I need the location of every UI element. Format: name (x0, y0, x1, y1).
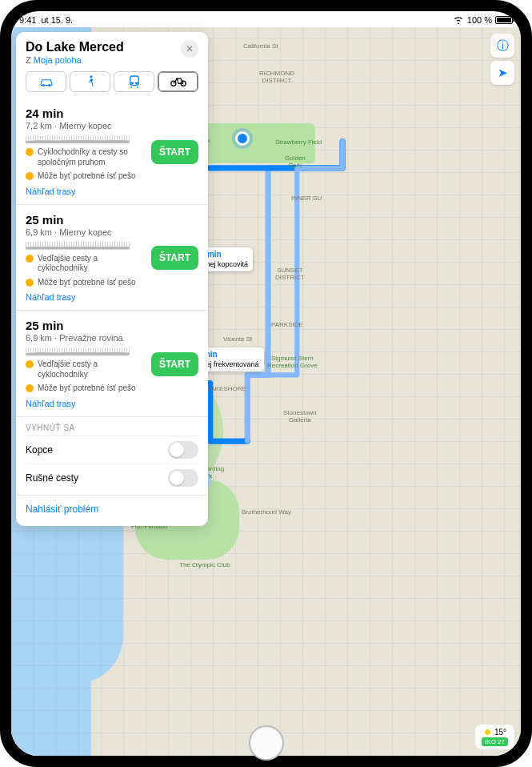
avoid-hills-label: Kopce (26, 444, 53, 456)
avoid-busy-label: Rušné cesty (26, 472, 78, 484)
map-label: RICHMONDDISTRICT (259, 70, 294, 85)
advisory-text: Môže byť potrebné ísť pešo (38, 384, 136, 394)
sidebar-title: Do Lake Merced (26, 40, 124, 54)
weather-widget[interactable]: 15° IKO 27 (475, 725, 514, 749)
sun-icon (483, 728, 492, 737)
route-time: 25 min (26, 319, 145, 332)
advisory-text: Vedľajšie cesty a cyklochodníky (38, 254, 145, 274)
map-label: Brotherhood Way (242, 509, 291, 516)
svg-point-5 (135, 82, 137, 84)
svg-point-1 (48, 85, 50, 86)
preview-route-link[interactable]: Náhľad trasy (26, 292, 76, 302)
advisory-text: Vedľajšie cesty a cyklochodníky (38, 359, 145, 379)
elevation-chart (26, 135, 130, 143)
elevation-chart (26, 242, 130, 250)
battery-text: 100 % (467, 15, 492, 25)
map-label: The Olympic Club (179, 562, 230, 569)
map-label: PARKSIDE (271, 322, 303, 329)
route-time: 25 min (26, 213, 145, 227)
wifi-icon (453, 16, 464, 24)
mode-transit[interactable] (114, 71, 154, 92)
preview-route-link[interactable]: Náhľad trasy (26, 187, 76, 196)
map-label: LAKESHORE (207, 386, 246, 393)
status-time: 9:41 (19, 15, 36, 25)
elevation-chart (26, 347, 130, 355)
home-button[interactable] (249, 725, 284, 761)
svg-point-4 (131, 82, 133, 84)
avoid-hills-toggle[interactable] (168, 441, 198, 459)
aqi-badge: IKO 27 (482, 737, 508, 746)
mode-bike[interactable] (158, 71, 198, 92)
map-label: INNER SU (291, 195, 322, 203)
warning-icon (26, 172, 34, 180)
start-button[interactable]: ŠTART (151, 352, 198, 376)
map-label: Vicente St (223, 336, 252, 343)
status-date: ut 15. 9. (41, 15, 73, 25)
warning-icon (26, 360, 34, 368)
route-distance: 6,9 km · Mierny kopec (26, 227, 145, 237)
start-button[interactable]: ŠTART (151, 246, 198, 270)
avoid-busy-toggle[interactable] (168, 469, 198, 487)
preview-route-link[interactable]: Náhľad trasy (26, 399, 76, 408)
advisory-text: Cyklochodníky a cesty so spoločným pruho… (38, 147, 145, 167)
route-time: 24 min (26, 106, 145, 120)
svg-point-0 (42, 85, 44, 86)
route-distance: 7,2 km · Mierny kopec (26, 121, 145, 131)
advisory-text: Môže byť potrebné ísť pešo (38, 278, 136, 288)
map-label: Strawberry Field (275, 139, 322, 147)
user-location-dot (235, 131, 250, 146)
report-problem-link[interactable]: Nahlásiť problém (16, 495, 208, 526)
svg-point-2 (90, 75, 92, 78)
map-label: Sigmund SternRecreation Grove (267, 355, 318, 370)
warning-icon (26, 384, 34, 392)
directions-sidebar: Do Lake Merced Z Moja poloha ✕ 24 min 7,… (16, 32, 208, 526)
mode-car[interactable] (26, 71, 66, 92)
map-label: SUNSETDISTRICT (275, 267, 305, 282)
map-label: StonestownGalleria (283, 410, 317, 424)
map-label: California St (243, 43, 278, 50)
warning-icon (26, 279, 34, 287)
map-label: GoldenPark (285, 155, 306, 170)
start-button[interactable]: ŠTART (151, 140, 198, 164)
close-button[interactable]: ✕ (181, 40, 198, 58)
avoid-title: VYHNÚŤ SA (26, 424, 198, 432)
warning-icon (26, 255, 34, 263)
warning-icon (26, 148, 34, 156)
advisory-text: Môže byť potrebné ísť pešo (38, 171, 136, 182)
route-distance: 6,9 km · Prevažne rovina (26, 333, 145, 343)
locate-button[interactable]: ➤ (490, 61, 514, 85)
map-info-button[interactable]: ⓘ (490, 34, 514, 58)
battery-icon (495, 16, 513, 24)
from-location-link[interactable]: Moja poloha (34, 55, 82, 65)
mode-walk[interactable] (70, 71, 110, 92)
